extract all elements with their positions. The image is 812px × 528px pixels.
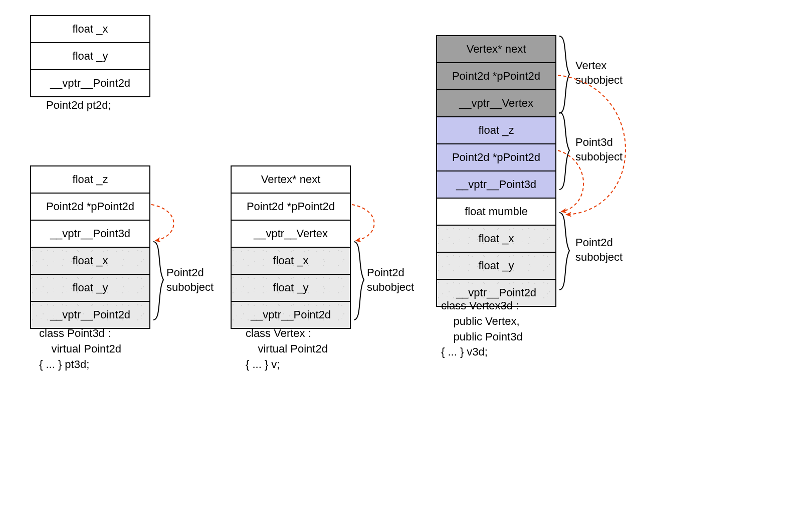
cell-v3d-vptrv: __vptr__Vertex xyxy=(436,89,556,117)
object-vertex: Vertex* next Point2d *pPoint2d __vptr__V… xyxy=(231,165,351,329)
object-pt2d: float _x float _y __vptr__Point2d xyxy=(30,15,150,97)
cell-v3d-vptr3d: __vptr__Point3d xyxy=(436,170,556,199)
diagram-stage: float _x float _y __vptr__Point2d Point2… xyxy=(10,10,802,521)
cell-pt2d-y: float _y xyxy=(30,42,150,70)
cell-pt3d-vptr2d: __vptr__Point2d xyxy=(30,301,150,329)
cell-pt3d-y: float _y xyxy=(30,274,150,302)
cell-v3d-x: float _x xyxy=(436,225,556,253)
caption-pt3d: class Point3d : virtual Point2d { ... } … xyxy=(39,326,121,372)
object-pt3d: float _z Point2d *pPoint2d __vptr__Point… xyxy=(30,165,150,329)
brace-v3d-p2d xyxy=(557,212,571,291)
arrow-pt3d xyxy=(151,205,174,241)
cell-v3d-mumble: float mumble xyxy=(436,198,556,226)
cell-pt2d-vptr: __vptr__Point2d xyxy=(30,69,150,97)
cell-pt3d-pp2d: Point2d *pPoint2d xyxy=(30,193,150,221)
brace-v3d-vertex xyxy=(557,35,571,114)
cell-v-vptr: __vptr__Vertex xyxy=(231,220,351,248)
object-v3d: Vertex* next Point2d *pPoint2d __vptr__V… xyxy=(436,35,556,307)
cell-v-y: float _y xyxy=(231,274,351,302)
caption-pt2d: Point2d pt2d; xyxy=(46,98,111,113)
cell-pt2d-x: float _x xyxy=(30,15,150,43)
brace-vertex-p2d xyxy=(352,241,366,321)
cell-v3d-vnext: Vertex* next xyxy=(436,35,556,63)
cell-pt3d-x: float _x xyxy=(30,247,150,275)
label-pt3d-p2d: Point2d subobject xyxy=(166,266,214,294)
cell-v-next: Vertex* next xyxy=(231,165,351,194)
label-v3d-p3d: Point3d subobject xyxy=(575,135,623,164)
label-v3d-p2d: Point2d subobject xyxy=(575,236,623,264)
caption-v3d: class Vertex3d : public Vertex, public P… xyxy=(441,298,523,360)
cell-v-vptr2d: __vptr__Point2d xyxy=(231,301,351,329)
brace-pt3d-p2d xyxy=(151,241,165,321)
arrow-vertex xyxy=(352,205,374,241)
cell-pt3d-vptr: __vptr__Point3d xyxy=(30,220,150,248)
cell-pt3d-z: float _z xyxy=(30,165,150,194)
cell-v3d-pp2d-b: Point2d *pPoint2d xyxy=(436,143,556,171)
cell-v3d-pp2d-a: Point2d *pPoint2d xyxy=(436,62,556,90)
label-v3d-vertex: Vertex subobject xyxy=(575,59,623,87)
cell-v-pp2d: Point2d *pPoint2d xyxy=(231,193,351,221)
cell-v-x: float _x xyxy=(231,247,351,275)
cell-v3d-z: float _z xyxy=(436,116,556,144)
brace-v3d-p3d xyxy=(557,111,571,191)
cell-v3d-y: float _y xyxy=(436,252,556,280)
caption-vertex: class Vertex : virtual Point2d { ... } v… xyxy=(246,326,328,372)
label-vertex-p2d: Point2d subobject xyxy=(367,266,414,294)
